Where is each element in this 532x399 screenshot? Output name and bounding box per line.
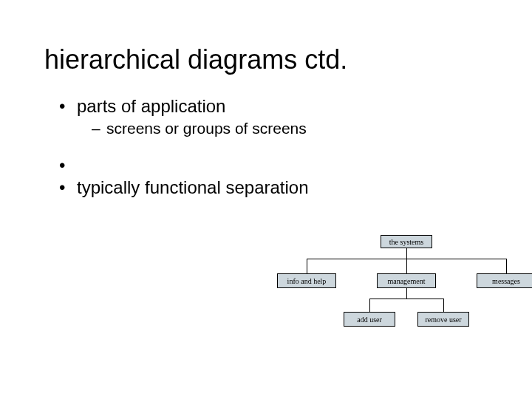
connector bbox=[307, 259, 307, 273]
connector bbox=[406, 259, 407, 273]
node-management: management bbox=[377, 273, 436, 288]
connector bbox=[506, 259, 507, 273]
node-remove-user: remove user bbox=[417, 312, 469, 327]
node-info-help: info and help bbox=[277, 273, 336, 288]
connector bbox=[369, 299, 443, 299]
node-root: the systems bbox=[381, 235, 432, 248]
bullet-1-sub: screens or groups of screens bbox=[92, 120, 488, 137]
connector bbox=[369, 299, 370, 312]
slide-title: hierarchical diagrams ctd. bbox=[44, 44, 488, 75]
bullet-1: parts of application screens or groups o… bbox=[59, 96, 488, 137]
bullet-list: parts of application screens or groups o… bbox=[59, 96, 488, 198]
connector bbox=[406, 248, 407, 259]
hierarchy-diagram: the systems info and help management mes… bbox=[259, 229, 517, 377]
bullet-2-text: typically functional separation bbox=[77, 177, 309, 197]
connector bbox=[406, 288, 407, 299]
connector bbox=[443, 299, 444, 312]
node-add-user: add user bbox=[344, 312, 395, 327]
bullet-1-text: parts of application bbox=[77, 96, 225, 116]
bullet-2: typically functional separation bbox=[59, 177, 488, 198]
slide: hierarchical diagrams ctd. parts of appl… bbox=[0, 0, 532, 399]
bullet-1-sublist: screens or groups of screens bbox=[92, 120, 488, 137]
node-messages: messages bbox=[477, 273, 532, 288]
spacer bbox=[59, 155, 488, 174]
